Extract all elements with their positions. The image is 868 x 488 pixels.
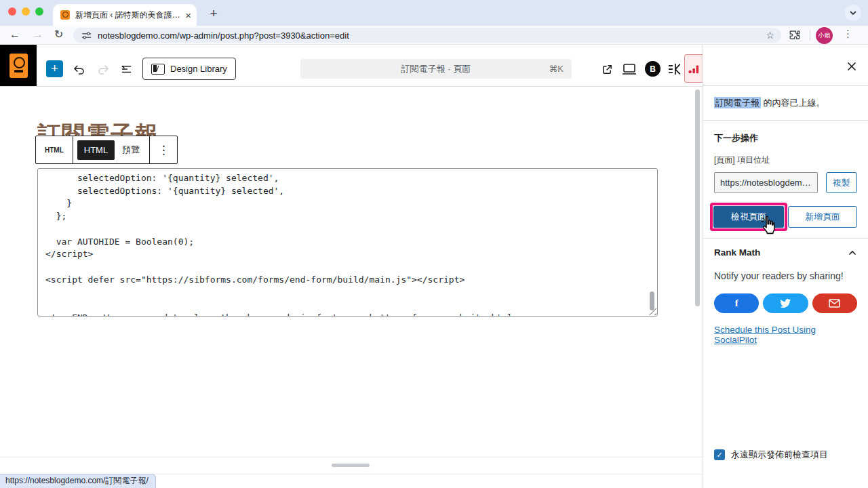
html-tab-button[interactable]: HTML — [77, 140, 115, 160]
page-url-input[interactable] — [714, 172, 818, 193]
code-scrollbar[interactable] — [650, 291, 654, 310]
browser-tab-strip: 新增頁面 ‹ 諾特斯的美食護照 — × + — [0, 0, 868, 26]
address-bar[interactable]: notesblogdemo.com/wp-admin/post.php?post… — [73, 28, 781, 43]
facebook-share-button[interactable]: f — [714, 293, 759, 313]
page-address-label: [頁面] 項目位址 — [714, 155, 857, 166]
divider — [703, 238, 868, 239]
chevron-up-icon[interactable] — [848, 248, 857, 258]
close-sidebar-icon[interactable] — [846, 61, 857, 72]
block-inserter-button[interactable]: + — [46, 60, 63, 77]
divider — [703, 120, 868, 121]
html-code-editor[interactable]: selectedOption: '{quantity} selected', s… — [37, 168, 658, 317]
window-controls — [8, 7, 43, 16]
tab-title: 新增頁面 ‹ 諾特斯的美食護照 — — [75, 9, 181, 21]
editor-canvas: 訂閱電子報 HTML HTML 預覽 ⋮ selectedOption: '{q… — [0, 87, 703, 458]
command-shortcut: ⌘K — [549, 64, 564, 74]
browser-tab[interactable]: 新增頁面 ‹ 諾特斯的美食護照 — × — [53, 4, 197, 26]
tab-search-button[interactable] — [845, 5, 861, 21]
pre-publish-check-row: ✓ 永遠顯示發佈前檢查項目 — [714, 449, 828, 461]
published-page-title: 訂閱電子報 — [714, 97, 761, 108]
command-bar[interactable]: 訂閱電子報 · 頁面 ⌘K — [300, 59, 572, 79]
rank-math-toolbar-button[interactable] — [684, 54, 703, 83]
sidebar-header — [703, 45, 868, 86]
block-options-icon[interactable]: ⋮ — [150, 136, 177, 163]
new-tab-button[interactable]: + — [205, 5, 222, 22]
code-content: selectedOption: '{quantity} selected', s… — [38, 169, 657, 317]
fullscreen-window-button[interactable] — [35, 7, 43, 16]
extensions-puzzle-icon[interactable] — [789, 29, 801, 41]
publish-notice: 訂閱電子報 的內容已上線。 — [714, 96, 857, 110]
rank-math-panel-title: Rank Math — [714, 247, 760, 258]
redo-button[interactable] — [95, 61, 111, 77]
minimize-window-button[interactable] — [22, 7, 30, 16]
view-page-external-button[interactable] — [599, 61, 615, 77]
document-title: 訂閱電子報 · 頁面 — [401, 63, 471, 75]
site-icon-button[interactable] — [0, 45, 37, 86]
chevron-down-icon — [849, 9, 857, 17]
external-link-icon — [601, 63, 614, 76]
link-status-bar: https://notesblogdemo.com/訂閱電子報/ — [0, 474, 156, 488]
canvas-bottom-border — [0, 457, 703, 458]
copy-button[interactable]: 複製 — [826, 172, 857, 193]
cursor-hand-icon — [758, 214, 780, 236]
next-steps-heading: 下一步操作 — [714, 132, 857, 144]
canvas-scrollbar[interactable] — [695, 89, 700, 306]
tune-icon — [81, 30, 92, 41]
site-favicon-icon — [60, 10, 70, 20]
pre-publish-checkbox[interactable]: ✓ — [714, 449, 725, 460]
screen: 新增頁面 ‹ 諾特斯的美食護照 — × + ← → ↻ notesblogdem… — [0, 0, 868, 488]
twitter-bird-icon — [780, 299, 791, 308]
socialpilot-link[interactable]: Schedule this Post Using SocialPilot — [714, 325, 857, 345]
email-share-button[interactable] — [812, 293, 857, 313]
rank-math-icon — [688, 63, 700, 75]
post-publish-sidebar: 訂閱電子報 的內容已上線。 下一步操作 [頁面] 項目位址 複製 檢視頁面 新增… — [703, 45, 868, 488]
design-library-label: Design Library — [170, 64, 227, 74]
block-type-badge[interactable]: HTML — [36, 136, 73, 163]
editor-header: + Design Library 訂閱電子報 · 頁面 ⌘K B — [0, 45, 703, 87]
browser-menu-icon[interactable]: ⋮ — [843, 28, 853, 40]
preview-tab-button[interactable]: 預覽 — [117, 139, 145, 161]
design-library-button[interactable]: Design Library — [142, 58, 236, 80]
brevo-icon[interactable]: B — [645, 61, 660, 77]
facebook-icon: f — [735, 298, 738, 309]
pre-publish-checkbox-label: 永遠顯示發佈前檢查項目 — [731, 449, 828, 461]
kadence-icon — [667, 62, 682, 77]
twitter-share-button[interactable] — [763, 293, 808, 313]
undo-button[interactable] — [71, 61, 87, 77]
redo-icon — [96, 62, 111, 77]
site-logo-icon — [9, 54, 28, 78]
list-view-button[interactable] — [118, 61, 134, 77]
toolbar-divider — [810, 30, 810, 40]
bookmark-star-icon[interactable]: ☆ — [766, 30, 774, 41]
publish-notice-text: 的內容已上線。 — [761, 98, 825, 108]
reload-button[interactable]: ↻ — [54, 28, 63, 41]
design-library-icon — [151, 64, 165, 75]
tab-close-icon[interactable]: × — [185, 10, 191, 20]
undo-icon — [72, 62, 86, 77]
preview-device-button[interactable] — [621, 61, 637, 77]
close-window-button[interactable] — [8, 7, 16, 16]
kadence-button[interactable] — [667, 61, 683, 77]
list-view-icon — [119, 62, 134, 77]
drag-handle[interactable] — [332, 464, 370, 467]
profile-avatar[interactable]: 小賴 — [816, 27, 833, 44]
laptop-icon — [621, 62, 637, 76]
block-toolbar: HTML HTML 預覽 ⋮ — [35, 136, 178, 164]
forward-button[interactable]: → — [33, 28, 43, 41]
url-text: notesblogdemo.com/wp-admin/post.php?post… — [98, 30, 349, 41]
envelope-icon — [829, 299, 840, 308]
notify-readers-text: Notify your readers by sharing! — [714, 270, 857, 281]
back-button[interactable]: ← — [9, 28, 20, 41]
new-page-button[interactable]: 新增頁面 — [788, 206, 857, 228]
